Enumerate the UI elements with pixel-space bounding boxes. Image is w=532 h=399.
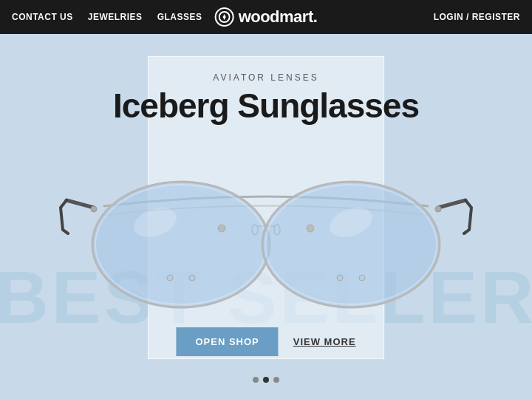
hero-section: BEST SELLER AVIATOR LENSES Iceberg Sungl… — [0, 34, 532, 399]
hero-buttons: OPEN SHOP VIEW MORE — [176, 327, 355, 356]
view-more-button[interactable]: VIEW MORE — [293, 336, 356, 347]
nav-item-jewelries[interactable]: JEWELRIES — [88, 12, 143, 22]
dot-1[interactable] — [253, 377, 259, 383]
svg-point-10 — [218, 225, 225, 232]
svg-point-11 — [307, 225, 314, 232]
svg-point-16 — [337, 275, 343, 281]
nav-left: CONTACT US JEWELRIES GLASSES — [12, 12, 202, 22]
hero-title: Iceberg Sunglasses — [113, 86, 419, 126]
main-nav: CONTACT US JEWELRIES GLASSES woodmart. L… — [0, 0, 532, 34]
carousel-dots — [253, 377, 279, 383]
dot-3[interactable] — [273, 377, 279, 383]
svg-point-12 — [91, 206, 97, 212]
site-logo[interactable]: woodmart. — [215, 7, 318, 27]
svg-point-4 — [92, 182, 270, 307]
svg-point-13 — [435, 206, 441, 212]
svg-point-17 — [359, 275, 365, 281]
logo-text: woodmart. — [239, 7, 318, 27]
svg-point-6 — [262, 182, 440, 307]
nav-item-glasses[interactable]: GLASSES — [157, 12, 202, 22]
nav-item-contact[interactable]: CONTACT US — [12, 12, 73, 22]
hero-subtitle: AVIATOR LENSES — [213, 72, 318, 83]
glasses-image — [59, 149, 473, 318]
dot-2[interactable] — [263, 377, 269, 383]
nav-login[interactable]: LOGIN / REGISTER — [434, 12, 520, 22]
svg-point-15 — [189, 275, 195, 281]
logo-icon — [215, 7, 234, 27]
svg-point-14 — [167, 275, 173, 281]
open-shop-button[interactable]: OPEN SHOP — [176, 327, 278, 356]
